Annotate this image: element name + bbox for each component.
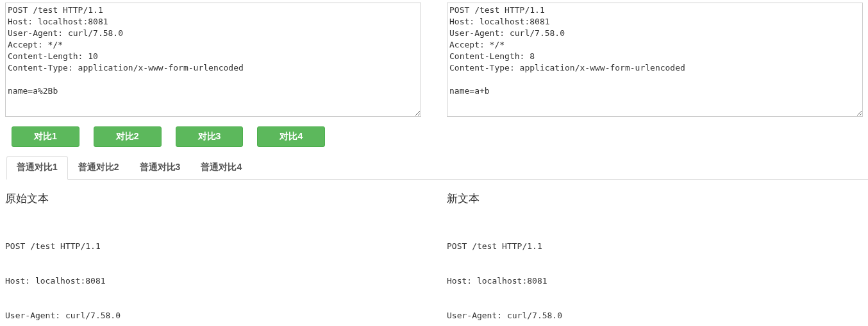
tab-compare-2[interactable]: 普通对比2 <box>68 156 129 180</box>
tab-compare-3[interactable]: 普通对比3 <box>129 156 191 180</box>
right-input-col <box>447 3 863 119</box>
tab-compare-4[interactable]: 普通对比4 <box>190 156 252 180</box>
original-text-col: 原始文本 POST /test HTTP/1.1 Host: localhost… <box>5 191 421 326</box>
left-input-col <box>5 3 421 119</box>
compare-button-2[interactable]: 对比2 <box>94 126 162 147</box>
diff-right-line-0: POST /test HTTP/1.1 <box>447 241 863 252</box>
original-diff-block: POST /test HTTP/1.1 Host: localhost:8081… <box>5 218 421 326</box>
diff-right-line-1: Host: localhost:8081 <box>447 275 863 287</box>
original-heading: 原始文本 <box>5 191 421 206</box>
compare-button-3[interactable]: 对比3 <box>176 126 244 147</box>
compare-buttons-row: 对比1 对比2 对比3 对比4 <box>0 119 868 155</box>
new-heading: 新文本 <box>447 191 863 206</box>
diff-content-row: 原始文本 POST /test HTTP/1.1 Host: localhost… <box>0 180 868 326</box>
compare-button-4[interactable]: 对比4 <box>257 126 325 147</box>
tab-compare-1[interactable]: 普通对比1 <box>6 156 68 180</box>
input-row <box>0 0 868 119</box>
diff-right-line-2: User-Agent: curl/7.58.0 <box>447 310 863 322</box>
diff-left-line-1: Host: localhost:8081 <box>5 275 421 287</box>
diff-left-line-0: POST /test HTTP/1.1 <box>5 241 421 252</box>
diff-left-line-2: User-Agent: curl/7.58.0 <box>5 310 421 322</box>
tabs-wrapper: 普通对比1 普通对比2 普通对比3 普通对比4 <box>0 156 868 180</box>
compare-button-1[interactable]: 对比1 <box>12 126 79 147</box>
left-textarea[interactable] <box>5 3 421 117</box>
new-diff-block: POST /test HTTP/1.1 Host: localhost:8081… <box>447 218 863 326</box>
right-textarea[interactable] <box>447 3 863 117</box>
tabs-bar: 普通对比1 普通对比2 普通对比3 普通对比4 <box>6 156 868 180</box>
new-text-col: 新文本 POST /test HTTP/1.1 Host: localhost:… <box>447 191 863 326</box>
